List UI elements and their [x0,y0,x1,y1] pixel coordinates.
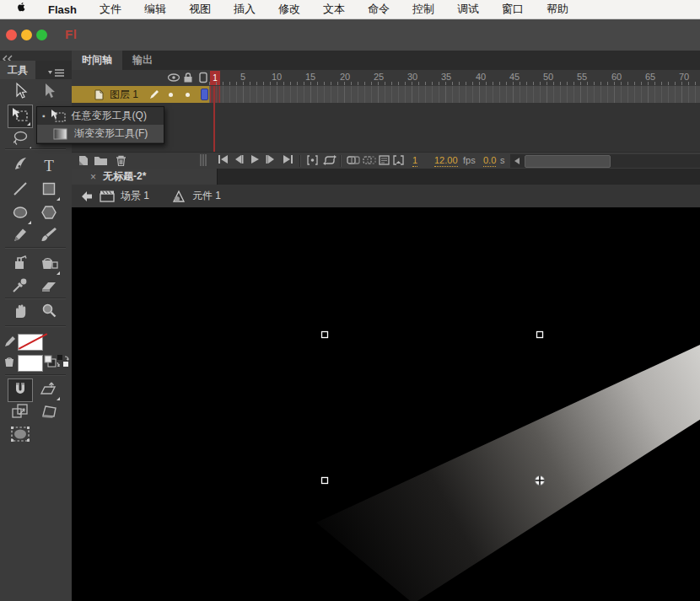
loop-playback-button[interactable] [323,154,337,166]
menu-edit[interactable]: 编辑 [144,2,166,17]
layer-lock-dot[interactable] [186,93,190,97]
default-colors-icon[interactable] [44,355,57,371]
tab-timeline[interactable]: 时间轴 [72,51,122,70]
transform-handle-top-right[interactable] [537,332,543,338]
minimize-window-button[interactable] [21,30,32,40]
ruler-number: 20 [335,72,355,82]
envelope-option-button[interactable] [8,424,33,448]
go-to-first-frame-button[interactable] [218,154,229,164]
selection-tool-button[interactable] [8,81,33,105]
tab-output[interactable]: 输出 [122,51,163,70]
timeline-h-scrollbar[interactable] [510,154,700,168]
onion-skin-outlines-button[interactable] [363,154,376,166]
outline-all-layers-icon[interactable] [198,72,208,87]
elapsed-time-value[interactable]: 0.0 [483,155,496,167]
timeline-ruler[interactable]: 1 5 10 15 20 25 30 35 40 45 50 55 60 65 … [72,70,700,87]
eraser-tool-button[interactable] [36,275,62,298]
frame-rate-value[interactable]: 12.00 [434,155,458,167]
rectangle-tool-button[interactable] [36,179,62,202]
center-frame-button[interactable] [306,154,319,166]
paint-bucket-tool-button[interactable] [36,253,62,276]
onion-skin-button[interactable] [347,154,360,166]
flyout-item-gradient-transform[interactable]: 渐变变形工具(F) [37,125,164,142]
pencil-tool-button[interactable] [8,225,33,249]
timeline-panel: 时间轴 输出 1 5 10 15 20 25 30 35 40 45 50 55 [72,51,700,169]
ruler-number: 40 [471,72,491,82]
gradient-transform-icon [53,128,67,140]
new-folder-button[interactable] [94,154,108,166]
play-button[interactable] [250,154,260,164]
step-forward-button[interactable] [266,154,276,164]
menu-insert[interactable]: 插入 [234,2,256,17]
breadcrumb-symbol[interactable]: 元件 1 [192,185,221,207]
layer-frames-grid[interactable] [209,86,700,103]
menu-flash[interactable]: Flash [48,3,77,16]
back-button[interactable] [80,185,94,207]
modify-markers-button[interactable] [392,154,405,166]
menu-modify[interactable]: 修改 [278,2,300,17]
eyedropper-tool-button[interactable] [8,275,33,298]
swap-colors-icon[interactable] [57,354,70,372]
step-back-button[interactable] [234,154,244,164]
transform-handle-bottom-left[interactable] [322,478,328,484]
edit-multiple-frames-button[interactable] [378,154,390,166]
pen-tool-button[interactable] [8,154,33,178]
fps-number: 12.00 [434,155,458,165]
layer-row[interactable]: 图层 1 [72,86,700,103]
show-hide-all-layers-icon[interactable] [167,72,180,87]
menu-view[interactable]: 视图 [189,2,211,17]
playhead-line[interactable] [213,86,215,152]
snap-to-objects-button[interactable] [8,378,33,402]
lock-all-layers-icon[interactable] [182,72,194,87]
oval-icon [10,203,30,225]
ink-bottle-tool-button[interactable] [8,253,33,276]
stroke-color-swatch[interactable] [18,334,43,351]
layer-name-label[interactable]: 图层 1 [110,88,138,102]
go-to-last-frame-button[interactable] [282,154,293,164]
menu-file[interactable]: 文件 [100,2,121,17]
new-layer-button[interactable] [77,154,90,167]
ruler-number: 45 [504,72,525,82]
current-frame-value[interactable]: 1 [412,155,417,167]
subselection-tool-button[interactable] [36,81,62,105]
panel-menu-icon[interactable] [48,66,65,81]
close-document-icon[interactable]: × [90,171,96,183]
scale-option-button[interactable] [8,401,33,425]
brush-tool-button[interactable] [36,225,62,249]
layer-outline-color-swatch[interactable] [201,89,208,100]
line-tool-button[interactable] [8,179,33,202]
scrollbar-left-arrow[interactable] [512,156,522,166]
layer-name-area[interactable]: 图层 1 [72,86,209,103]
delete-layer-button[interactable] [115,154,127,167]
grip-handle-icon[interactable] [200,154,207,166]
rotate-skew-icon [39,402,59,424]
menu-text[interactable]: 文本 [323,2,345,17]
straighten-option-button[interactable] [36,378,62,402]
rotate-option-button[interactable] [36,401,62,425]
text-tool-button[interactable]: T [36,154,62,178]
zoom-tool-button[interactable] [36,301,62,325]
menu-window[interactable]: 窗口 [502,2,524,17]
zoom-window-button[interactable] [36,30,47,40]
oval-tool-button[interactable] [8,202,33,226]
tools-panel-tab[interactable]: 工具 [0,61,35,79]
scrollbar-thumb[interactable] [525,155,611,168]
polystar-tool-button[interactable] [36,202,62,226]
stage-canvas[interactable] [72,207,700,601]
breadcrumb-scene[interactable]: 场景 1 [121,185,149,207]
transform-center-point[interactable] [536,476,545,486]
document-tab[interactable]: × 无标题-2* [72,169,218,185]
ruler-number: 25 [369,72,389,82]
hand-tool-button[interactable] [8,301,33,325]
layer-visibility-dot[interactable] [169,93,173,97]
close-window-button[interactable] [6,30,17,40]
menu-control[interactable]: 控制 [412,2,434,17]
menu-help[interactable]: 帮助 [547,2,568,17]
fill-color-swatch[interactable] [18,355,43,372]
flyout-item-free-transform[interactable]: ▪ 任意变形工具(Q) [37,107,164,125]
free-transform-tool-button[interactable] [8,105,33,128]
transform-handle-top-left[interactable] [322,332,328,338]
menu-debug[interactable]: 调试 [457,2,479,17]
menu-commands[interactable]: 命令 [368,2,390,17]
apple-menu-icon[interactable] [18,3,30,16]
